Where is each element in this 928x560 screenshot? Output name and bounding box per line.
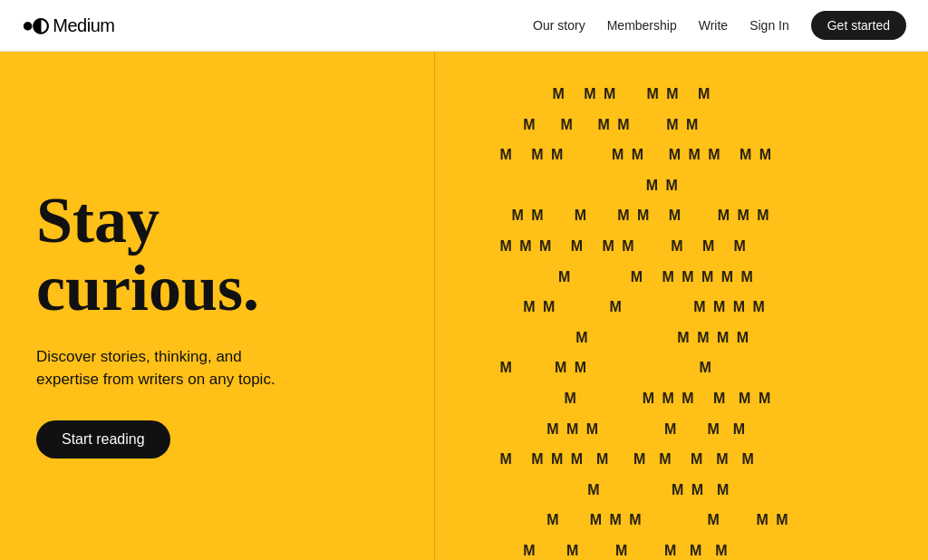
- medium-logo-text: Medium: [53, 15, 114, 36]
- nav-our-story[interactable]: Our story: [533, 18, 585, 33]
- get-started-button[interactable]: Get started: [811, 11, 906, 40]
- start-reading-button[interactable]: Start reading: [36, 420, 170, 459]
- hero-section: Stay curious. Discover stories, thinking…: [0, 52, 928, 560]
- nav-links: Our story Membership Write Sign In Get s…: [533, 11, 906, 40]
- m-pattern-display: M M M M M M M M M M M M M M M M M M M M …: [453, 79, 910, 560]
- hero-subtitle: Discover stories, thinking, and expertis…: [36, 345, 308, 391]
- medium-logo-icon: ●◐: [22, 14, 47, 37]
- nav-membership[interactable]: Membership: [607, 18, 677, 33]
- nav-write[interactable]: Write: [699, 18, 728, 33]
- hero-m-pattern: M M M M M M M M M M M M M M M M M M M M …: [435, 52, 928, 560]
- nav-sign-in[interactable]: Sign In: [749, 18, 789, 33]
- navbar: ●◐ Medium Our story Membership Write Sig…: [0, 0, 928, 52]
- logo[interactable]: ●◐ Medium: [22, 14, 114, 37]
- hero-title: Stay curious.: [36, 187, 398, 323]
- hero-left: Stay curious. Discover stories, thinking…: [0, 52, 435, 560]
